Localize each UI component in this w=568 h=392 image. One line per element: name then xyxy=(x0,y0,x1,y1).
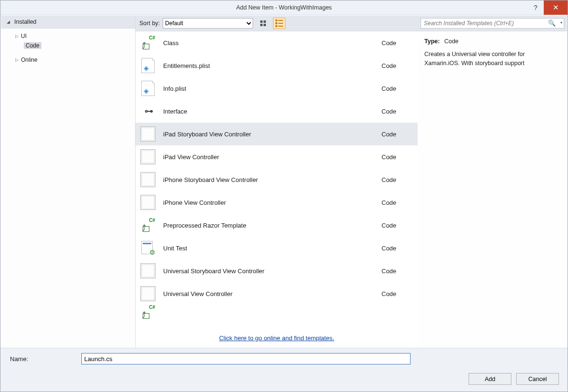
template-category: Code xyxy=(382,131,410,138)
title-bar: Add New Item - WorkingWithImages ? ✕ xyxy=(0,0,568,15)
template-category: Code xyxy=(382,85,410,92)
template-category: Code xyxy=(382,268,410,275)
template-row[interactable]: ◈Info.plistCode xyxy=(136,77,418,100)
template-name: iPhone Storyboard View Controller xyxy=(163,176,382,183)
template-name: Entitlements.plist xyxy=(163,62,382,69)
template-category: Code xyxy=(382,176,410,183)
view-controller-icon xyxy=(140,286,156,301)
sort-by-label: Sort by: xyxy=(139,20,160,27)
toolbar: Sort by: Default xyxy=(136,16,418,31)
template-category: Code xyxy=(382,39,410,47)
template-category: Code xyxy=(382,199,410,206)
template-row[interactable]: C#⤴Preprocessed Razor TemplateCode xyxy=(136,214,418,237)
template-row[interactable]: ◈Entitlements.plistCode xyxy=(136,54,418,77)
template-category: Code xyxy=(382,108,410,115)
expander-icon: ◢ xyxy=(7,19,11,24)
template-category: Code xyxy=(382,222,410,229)
template-row[interactable]: iPad Storyboard View ControllerCode xyxy=(136,123,418,145)
template-name: Info.plist xyxy=(163,85,382,92)
name-label: Name: xyxy=(7,355,81,363)
chevron-right-icon: ▷ xyxy=(15,57,21,62)
sidebar-item-online[interactable]: ▷ Online xyxy=(1,55,135,65)
template-name: Preprocessed Razor Template xyxy=(163,222,382,229)
online-link-bar: Click here to go online and find templat… xyxy=(136,328,418,347)
online-templates-link[interactable]: Click here to go online and find templat… xyxy=(219,335,334,342)
template-category: Code xyxy=(382,245,410,252)
type-value: Code xyxy=(444,38,459,45)
search-dropdown-icon[interactable]: ▾ xyxy=(560,20,562,25)
installed-label: Installed xyxy=(14,19,37,25)
view-controller-icon xyxy=(140,195,156,210)
template-name: iPad View Controller xyxy=(163,153,382,161)
category-tree: ▷ UI Code ▷ Online xyxy=(1,29,135,67)
template-row[interactable]: C#⤴ xyxy=(136,305,418,319)
template-category: Code xyxy=(382,153,410,161)
template-row[interactable]: C#⤴ClassCode xyxy=(136,31,418,54)
template-name: Universal Storyboard View Controller xyxy=(163,268,382,275)
tiles-view-button[interactable] xyxy=(257,18,269,29)
template-row[interactable]: ⊶InterfaceCode xyxy=(136,100,418,123)
sort-by-select[interactable]: Default xyxy=(163,18,253,29)
search-icon[interactable]: 🔍 xyxy=(548,19,556,27)
plist-file-icon: ◈ xyxy=(141,58,155,73)
category-sidebar: ◢ Installed ▷ UI Code ▷ Online xyxy=(1,16,136,347)
unit-test-icon: ⚙ xyxy=(141,241,155,255)
sidebar-item-code[interactable]: Code xyxy=(1,41,135,50)
template-name: Interface xyxy=(163,108,382,115)
search-input[interactable] xyxy=(421,18,564,29)
view-controller-icon xyxy=(140,263,156,278)
template-name: iPad Storyboard View Controller xyxy=(163,131,382,138)
csharp-file-icon: C#⤴ xyxy=(141,219,155,232)
sidebar-item-label: Code xyxy=(24,42,41,49)
search-bar: 🔍 ▾ xyxy=(418,16,567,31)
template-row[interactable]: iPad View ControllerCode xyxy=(136,145,418,168)
view-controller-icon xyxy=(140,172,156,187)
template-name: iPhone View Controller xyxy=(163,199,382,206)
list-icon xyxy=(275,19,283,27)
type-label: Type: xyxy=(424,38,440,45)
view-controller-icon xyxy=(140,149,156,164)
template-list[interactable]: C#⤴ClassCode◈Entitlements.plistCode◈Info… xyxy=(136,31,418,328)
view-controller-icon xyxy=(140,126,156,142)
list-view-button[interactable] xyxy=(273,18,285,29)
template-row[interactable]: Universal View ControllerCode xyxy=(136,282,418,305)
interface-icon: ⊶ xyxy=(145,106,151,116)
template-name: Universal View Controller xyxy=(163,290,382,297)
tiles-icon xyxy=(260,20,266,26)
template-row[interactable]: iPhone Storyboard View ControllerCode xyxy=(136,168,418,191)
csharp-file-icon: C#⤴ xyxy=(141,306,155,319)
chevron-right-icon: ▷ xyxy=(15,34,21,38)
main-area: ◢ Installed ▷ UI Code ▷ Online xyxy=(0,15,568,348)
dialog-window: Add New Item - WorkingWithImages ? ✕ ◢ I… xyxy=(0,0,568,392)
template-name: Unit Test xyxy=(163,245,382,252)
installed-group-header[interactable]: ◢ Installed xyxy=(1,16,135,29)
info-pane: 🔍 ▾ Type: Code Creates a Universal view … xyxy=(418,16,567,347)
template-info: Type: Code Creates a Universal view cont… xyxy=(418,31,567,73)
bottom-bar: Name: Add Cancel xyxy=(0,348,568,392)
plist-file-icon: ◈ xyxy=(141,81,155,96)
template-category: Code xyxy=(382,62,410,69)
name-input[interactable] xyxy=(81,353,411,364)
template-name: Class xyxy=(163,39,382,47)
template-row[interactable]: Universal Storyboard View ControllerCode xyxy=(136,259,418,282)
template-row[interactable]: iPhone View ControllerCode xyxy=(136,191,418,214)
sidebar-item-label: Online xyxy=(21,57,38,63)
template-row[interactable]: ⚙Unit TestCode xyxy=(136,237,418,259)
template-description: Creates a Universal view controller for … xyxy=(424,50,560,68)
csharp-file-icon: C#⤴ xyxy=(141,36,155,49)
cancel-button[interactable]: Cancel xyxy=(516,373,559,385)
template-category: Code xyxy=(382,290,410,297)
add-button[interactable]: Add xyxy=(469,373,511,385)
window-title: Add New Item - WorkingWithImages xyxy=(0,4,568,11)
sidebar-item-ui[interactable]: ▷ UI xyxy=(1,31,135,41)
template-pane: Sort by: Default C#⤴ClassCode◈Entitlemen… xyxy=(136,16,418,347)
sidebar-item-label: UI xyxy=(21,33,27,39)
